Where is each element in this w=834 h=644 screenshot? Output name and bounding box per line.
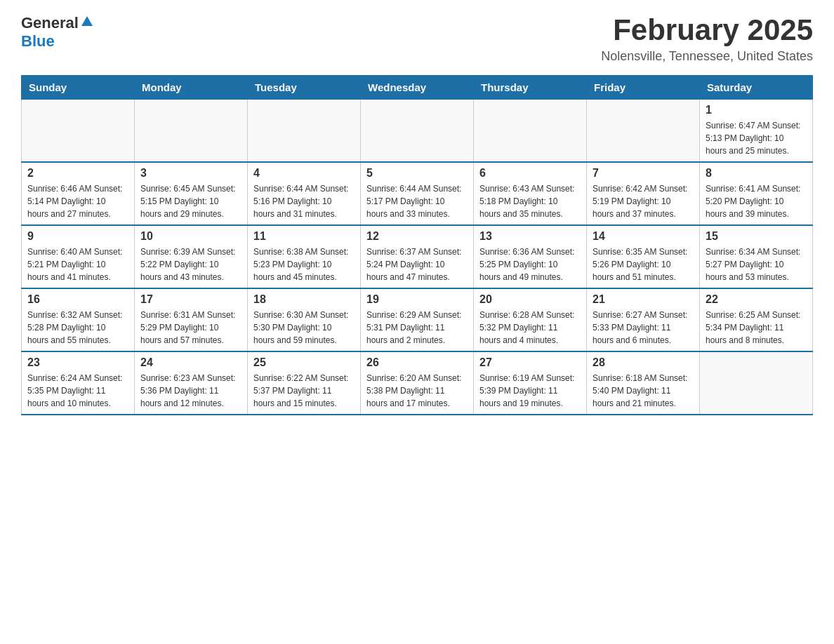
day-info: Sunrise: 6:44 AM Sunset: 5:16 PM Dayligh… — [253, 182, 355, 220]
day-number: 8 — [706, 167, 807, 180]
day-number: 6 — [479, 167, 581, 180]
day-info: Sunrise: 6:47 AM Sunset: 5:13 PM Dayligh… — [706, 119, 807, 157]
logo: General Blue — [21, 14, 94, 51]
logo-icon — [80, 15, 94, 29]
day-number: 9 — [27, 230, 128, 243]
day-number: 5 — [366, 167, 468, 180]
day-number: 3 — [140, 167, 241, 180]
day-info: Sunrise: 6:19 AM Sunset: 5:39 PM Dayligh… — [479, 372, 581, 410]
logo-general-text: General — [21, 14, 79, 32]
day-info: Sunrise: 6:31 AM Sunset: 5:29 PM Dayligh… — [140, 309, 241, 347]
day-number: 17 — [140, 293, 241, 306]
day-info: Sunrise: 6:25 AM Sunset: 5:34 PM Dayligh… — [706, 309, 807, 347]
day-number: 10 — [140, 230, 241, 243]
calendar-cell: 28Sunrise: 6:18 AM Sunset: 5:40 PM Dayli… — [587, 351, 700, 415]
calendar-cell — [587, 100, 700, 163]
day-info: Sunrise: 6:30 AM Sunset: 5:30 PM Dayligh… — [253, 309, 355, 347]
calendar-week-row: 23Sunrise: 6:24 AM Sunset: 5:35 PM Dayli… — [22, 351, 813, 415]
month-title: February 2025 — [601, 14, 813, 46]
day-number: 12 — [366, 230, 468, 243]
calendar-week-row: 1Sunrise: 6:47 AM Sunset: 5:13 PM Daylig… — [22, 100, 813, 163]
svg-marker-0 — [81, 16, 93, 26]
calendar-cell: 25Sunrise: 6:22 AM Sunset: 5:37 PM Dayli… — [248, 351, 361, 415]
calendar-cell — [474, 100, 587, 163]
day-info: Sunrise: 6:38 AM Sunset: 5:23 PM Dayligh… — [253, 246, 355, 283]
calendar-cell: 19Sunrise: 6:29 AM Sunset: 5:31 PM Dayli… — [361, 288, 474, 351]
day-info: Sunrise: 6:22 AM Sunset: 5:37 PM Dayligh… — [253, 372, 355, 410]
day-number: 21 — [593, 293, 694, 306]
day-of-week-header: Monday — [135, 76, 248, 100]
calendar-cell — [248, 100, 361, 163]
day-number: 4 — [253, 167, 355, 180]
day-info: Sunrise: 6:28 AM Sunset: 5:32 PM Dayligh… — [479, 309, 581, 347]
calendar-cell: 11Sunrise: 6:38 AM Sunset: 5:23 PM Dayli… — [248, 225, 361, 288]
calendar-cell: 21Sunrise: 6:27 AM Sunset: 5:33 PM Dayli… — [587, 288, 700, 351]
day-of-week-header: Friday — [587, 76, 700, 100]
calendar-cell: 27Sunrise: 6:19 AM Sunset: 5:39 PM Dayli… — [474, 351, 587, 415]
calendar-cell: 23Sunrise: 6:24 AM Sunset: 5:35 PM Dayli… — [22, 351, 135, 415]
calendar-cell: 2Sunrise: 6:46 AM Sunset: 5:14 PM Daylig… — [22, 162, 135, 225]
title-area: February 2025 Nolensville, Tennessee, Un… — [601, 14, 813, 64]
calendar-cell: 7Sunrise: 6:42 AM Sunset: 5:19 PM Daylig… — [587, 162, 700, 225]
calendar-cell: 8Sunrise: 6:41 AM Sunset: 5:20 PM Daylig… — [700, 162, 813, 225]
calendar-week-row: 2Sunrise: 6:46 AM Sunset: 5:14 PM Daylig… — [22, 162, 813, 225]
day-info: Sunrise: 6:37 AM Sunset: 5:24 PM Dayligh… — [366, 246, 468, 283]
calendar-cell: 14Sunrise: 6:35 AM Sunset: 5:26 PM Dayli… — [587, 225, 700, 288]
day-info: Sunrise: 6:44 AM Sunset: 5:17 PM Dayligh… — [366, 182, 468, 220]
calendar-cell: 24Sunrise: 6:23 AM Sunset: 5:36 PM Dayli… — [135, 351, 248, 415]
day-of-week-header: Sunday — [22, 76, 135, 100]
location-title: Nolensville, Tennessee, United States — [601, 49, 813, 64]
logo-blue-text: Blue — [21, 32, 55, 50]
day-number: 7 — [593, 167, 694, 180]
day-info: Sunrise: 6:24 AM Sunset: 5:35 PM Dayligh… — [27, 372, 128, 410]
calendar-cell: 6Sunrise: 6:43 AM Sunset: 5:18 PM Daylig… — [474, 162, 587, 225]
day-info: Sunrise: 6:39 AM Sunset: 5:22 PM Dayligh… — [140, 246, 241, 283]
calendar-cell: 1Sunrise: 6:47 AM Sunset: 5:13 PM Daylig… — [700, 100, 813, 163]
calendar-cell: 5Sunrise: 6:44 AM Sunset: 5:17 PM Daylig… — [361, 162, 474, 225]
calendar-week-row: 16Sunrise: 6:32 AM Sunset: 5:28 PM Dayli… — [22, 288, 813, 351]
calendar-cell: 9Sunrise: 6:40 AM Sunset: 5:21 PM Daylig… — [22, 225, 135, 288]
page-header: General Blue February 2025 Nolensville, … — [21, 14, 813, 64]
day-info: Sunrise: 6:41 AM Sunset: 5:20 PM Dayligh… — [706, 182, 807, 220]
day-of-week-header: Tuesday — [248, 76, 361, 100]
day-number: 23 — [27, 356, 128, 369]
calendar-cell — [135, 100, 248, 163]
day-number: 24 — [140, 356, 241, 369]
day-of-week-header: Saturday — [700, 76, 813, 100]
day-info: Sunrise: 6:20 AM Sunset: 5:38 PM Dayligh… — [366, 372, 468, 410]
day-info: Sunrise: 6:32 AM Sunset: 5:28 PM Dayligh… — [27, 309, 128, 347]
day-number: 25 — [253, 356, 355, 369]
day-info: Sunrise: 6:36 AM Sunset: 5:25 PM Dayligh… — [479, 246, 581, 283]
day-info: Sunrise: 6:42 AM Sunset: 5:19 PM Dayligh… — [593, 182, 694, 220]
calendar-cell: 10Sunrise: 6:39 AM Sunset: 5:22 PM Dayli… — [135, 225, 248, 288]
day-number: 18 — [253, 293, 355, 306]
day-number: 13 — [479, 230, 581, 243]
day-number: 16 — [27, 293, 128, 306]
day-number: 26 — [366, 356, 468, 369]
calendar-cell: 13Sunrise: 6:36 AM Sunset: 5:25 PM Dayli… — [474, 225, 587, 288]
day-info: Sunrise: 6:45 AM Sunset: 5:15 PM Dayligh… — [140, 182, 241, 220]
calendar-cell: 16Sunrise: 6:32 AM Sunset: 5:28 PM Dayli… — [22, 288, 135, 351]
day-number: 20 — [479, 293, 581, 306]
day-number: 11 — [253, 230, 355, 243]
calendar-cell — [361, 100, 474, 163]
calendar-cell — [22, 100, 135, 163]
day-info: Sunrise: 6:34 AM Sunset: 5:27 PM Dayligh… — [706, 246, 807, 283]
calendar-cell — [700, 351, 813, 415]
calendar-cell: 22Sunrise: 6:25 AM Sunset: 5:34 PM Dayli… — [700, 288, 813, 351]
calendar-cell: 26Sunrise: 6:20 AM Sunset: 5:38 PM Dayli… — [361, 351, 474, 415]
day-info: Sunrise: 6:43 AM Sunset: 5:18 PM Dayligh… — [479, 182, 581, 220]
day-number: 19 — [366, 293, 468, 306]
calendar-cell: 15Sunrise: 6:34 AM Sunset: 5:27 PM Dayli… — [700, 225, 813, 288]
day-of-week-header: Thursday — [474, 76, 587, 100]
calendar-header-row: SundayMondayTuesdayWednesdayThursdayFrid… — [22, 76, 813, 100]
day-info: Sunrise: 6:18 AM Sunset: 5:40 PM Dayligh… — [593, 372, 694, 410]
calendar-cell: 20Sunrise: 6:28 AM Sunset: 5:32 PM Dayli… — [474, 288, 587, 351]
day-number: 27 — [479, 356, 581, 369]
day-number: 22 — [706, 293, 807, 306]
calendar-cell: 3Sunrise: 6:45 AM Sunset: 5:15 PM Daylig… — [135, 162, 248, 225]
calendar-cell: 18Sunrise: 6:30 AM Sunset: 5:30 PM Dayli… — [248, 288, 361, 351]
day-info: Sunrise: 6:46 AM Sunset: 5:14 PM Dayligh… — [27, 182, 128, 220]
day-number: 2 — [27, 167, 128, 180]
day-number: 28 — [593, 356, 694, 369]
